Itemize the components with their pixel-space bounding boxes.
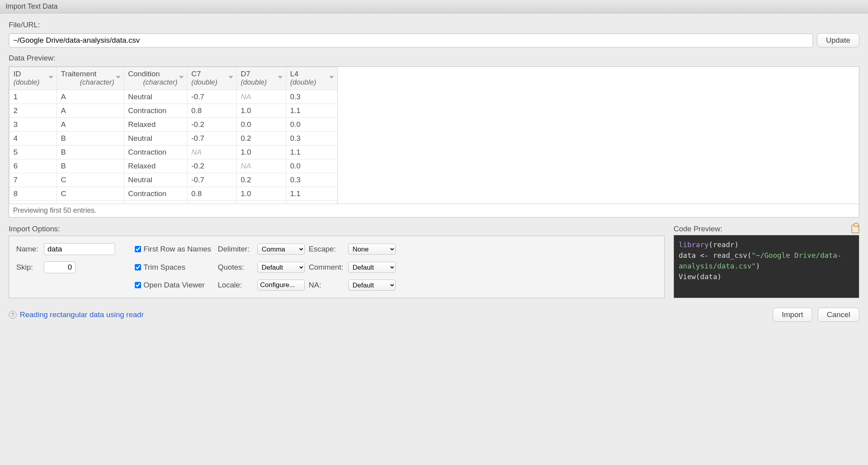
trim-spaces-checkbox[interactable]: Trim Spaces xyxy=(135,263,218,272)
quotes-select[interactable]: Default xyxy=(257,262,305,273)
preview-empty-area xyxy=(338,67,859,204)
preview-footer-text: Previewing first 50 entries. xyxy=(9,204,859,217)
table-row: 2AContraction0.81.01.1 xyxy=(9,104,338,118)
table-cell: Relaxed xyxy=(124,201,187,204)
table-cell: Relaxed xyxy=(124,118,187,132)
table-cell: Relaxed xyxy=(124,159,187,173)
help-icon: ? xyxy=(9,311,17,319)
chevron-down-icon xyxy=(228,76,233,79)
table-cell: 0.2 xyxy=(237,173,286,187)
name-input[interactable] xyxy=(44,243,115,255)
skip-input[interactable] xyxy=(44,261,75,273)
table-cell: -0.7 xyxy=(187,173,237,187)
table-cell: B xyxy=(57,146,124,159)
code-preview-label: Code Preview: xyxy=(674,225,723,233)
data-preview-label: Data Preview: xyxy=(9,54,859,62)
table-cell: Contraction xyxy=(124,187,187,201)
clipboard-icon[interactable] xyxy=(851,225,859,233)
import-options-label: Import Options: xyxy=(9,225,665,233)
na-select[interactable]: Default xyxy=(348,280,396,291)
table-cell: Neutral xyxy=(124,90,187,104)
table-cell: 0.0 xyxy=(286,118,338,132)
escape-select[interactable]: None xyxy=(348,244,396,255)
skip-label: Skip: xyxy=(16,263,40,272)
table-cell: 1.1 xyxy=(286,104,338,118)
column-header[interactable]: L4(double) xyxy=(286,67,338,90)
table-cell: 8 xyxy=(9,187,57,201)
table-cell: 0.0 xyxy=(237,201,286,204)
cancel-button[interactable]: Cancel xyxy=(818,308,859,322)
table-row: 7CNeutral-0.70.20.3 xyxy=(9,173,338,187)
update-button[interactable]: Update xyxy=(817,33,859,47)
table-cell: Neutral xyxy=(124,132,187,146)
open-viewer-checkbox[interactable]: Open Data Viewer xyxy=(135,281,218,289)
chevron-down-icon xyxy=(116,76,121,79)
table-cell: 1.1 xyxy=(286,146,338,159)
table-cell: -0.2 xyxy=(187,201,237,204)
table-cell: C xyxy=(57,201,124,204)
table-row: 1ANeutral-0.7NA0.3 xyxy=(9,90,338,104)
table-row: 6BRelaxed-0.2NA0.0 xyxy=(9,159,338,173)
table-cell: A xyxy=(57,118,124,132)
comment-label: Comment: xyxy=(309,263,346,272)
import-options-panel: Name: First Row as Names Delimiter: Comm… xyxy=(9,236,665,298)
code-preview[interactable]: library(readr) data <- read_csv("~/Googl… xyxy=(674,235,859,298)
import-text-dialog: Import Text Data File/URL: Update Data P… xyxy=(0,0,868,465)
table-cell: 2 xyxy=(9,104,57,118)
table-row: 5BContractionNA1.01.1 xyxy=(9,146,338,159)
na-label: NA: xyxy=(309,281,346,289)
table-row: 9CRelaxed-0.20.00.0 xyxy=(9,201,338,204)
table-cell: 0.0 xyxy=(286,201,338,204)
table-cell: Contraction xyxy=(124,146,187,159)
table-cell: NA xyxy=(187,146,237,159)
locale-configure-button[interactable]: Configure... xyxy=(257,280,305,291)
comment-select[interactable]: Default xyxy=(348,262,396,273)
chevron-down-icon xyxy=(179,76,184,79)
column-header[interactable]: Traitement(character) xyxy=(57,67,124,90)
help-link[interactable]: ? Reading rectangular data using readr xyxy=(9,310,144,319)
table-cell: 5 xyxy=(9,146,57,159)
table-cell: B xyxy=(57,159,124,173)
table-cell: 0.8 xyxy=(187,187,237,201)
column-header[interactable]: ID(double) xyxy=(9,67,57,90)
chevron-down-icon xyxy=(49,76,53,79)
table-cell: 9 xyxy=(9,201,57,204)
table-cell: 7 xyxy=(9,173,57,187)
table-cell: B xyxy=(57,132,124,146)
column-header[interactable]: Condition(character) xyxy=(124,67,187,90)
table-cell: -0.2 xyxy=(187,118,237,132)
first-row-checkbox[interactable]: First Row as Names xyxy=(135,245,218,253)
table-cell: 0.3 xyxy=(286,173,338,187)
data-preview-panel: ID(double)Traitement(character)Condition… xyxy=(9,66,859,217)
table-cell: A xyxy=(57,90,124,104)
table-cell: 1.0 xyxy=(237,104,286,118)
table-cell: 0.3 xyxy=(286,132,338,146)
column-header[interactable]: C7(double) xyxy=(187,67,237,90)
preview-table: ID(double)Traitement(character)Condition… xyxy=(9,67,338,204)
table-cell: 1.1 xyxy=(286,187,338,201)
table-cell: Contraction xyxy=(124,104,187,118)
delimiter-label: Delimiter: xyxy=(218,245,255,253)
file-url-input[interactable] xyxy=(9,33,813,47)
table-cell: 0.2 xyxy=(237,132,286,146)
table-cell: -0.7 xyxy=(187,132,237,146)
table-cell: A xyxy=(57,104,124,118)
table-row: 3ARelaxed-0.20.00.0 xyxy=(9,118,338,132)
column-header[interactable]: D7(double) xyxy=(237,67,286,90)
table-cell: NA xyxy=(237,90,286,104)
import-button[interactable]: Import xyxy=(773,308,812,322)
table-row: 8CContraction0.81.01.1 xyxy=(9,187,338,201)
table-cell: 0.0 xyxy=(237,118,286,132)
table-cell: -0.2 xyxy=(187,159,237,173)
table-cell: -0.7 xyxy=(187,90,237,104)
file-url-label: File/URL: xyxy=(9,21,859,29)
window-title: Import Text Data xyxy=(0,0,868,13)
table-cell: 1.0 xyxy=(237,146,286,159)
table-cell: 4 xyxy=(9,132,57,146)
table-cell: NA xyxy=(237,159,286,173)
table-cell: 3 xyxy=(9,118,57,132)
delimiter-select[interactable]: Comma xyxy=(257,244,305,255)
locale-label: Locale: xyxy=(218,281,255,289)
table-cell: 6 xyxy=(9,159,57,173)
table-cell: 0.8 xyxy=(187,104,237,118)
